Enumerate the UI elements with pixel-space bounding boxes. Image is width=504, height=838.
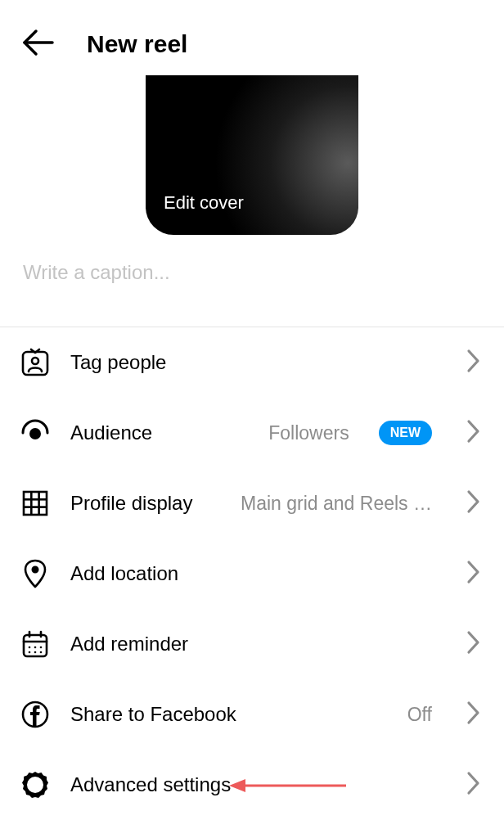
chevron-right-icon — [466, 560, 481, 588]
caption-input[interactable] — [23, 261, 481, 284]
svg-point-21 — [27, 777, 43, 793]
cover-preview-wrap: Edit cover — [0, 75, 504, 235]
option-value: Main grid and Reels … — [241, 493, 432, 515]
svg-point-17 — [29, 651, 31, 654]
option-label: Share to Facebook — [70, 703, 236, 726]
option-profile-display[interactable]: Profile display Main grid and Reels … — [0, 468, 504, 538]
chevron-right-icon — [466, 630, 481, 658]
option-add-reminder[interactable]: Add reminder — [0, 609, 504, 679]
location-icon — [20, 558, 51, 589]
audience-icon — [20, 417, 51, 448]
options-list: Tag people Audience Followers NEW — [0, 327, 504, 820]
chevron-right-icon — [466, 419, 481, 447]
svg-point-14 — [29, 647, 31, 649]
option-label: Audience — [70, 421, 152, 444]
back-icon[interactable] — [20, 25, 56, 64]
svg-point-18 — [34, 651, 37, 654]
svg-point-16 — [40, 647, 43, 649]
chevron-right-icon — [466, 349, 481, 376]
option-label: Profile display — [70, 492, 192, 515]
chevron-right-icon — [466, 771, 481, 799]
option-label: Add location — [70, 562, 178, 585]
svg-rect-4 — [24, 492, 47, 515]
tag-people-icon — [20, 347, 51, 378]
svg-point-3 — [29, 428, 41, 439]
svg-point-2 — [32, 358, 38, 364]
option-tag-people[interactable]: Tag people — [0, 327, 504, 398]
option-label: Tag people — [70, 351, 166, 374]
option-label: Add reminder — [70, 633, 188, 656]
new-badge: NEW — [379, 421, 432, 445]
header: New reel — [0, 0, 504, 80]
page-title: New reel — [87, 30, 187, 58]
gear-icon — [20, 769, 51, 800]
chevron-right-icon — [466, 489, 481, 517]
option-add-location[interactable]: Add location — [0, 538, 504, 609]
svg-point-9 — [33, 567, 38, 572]
caption-area — [0, 235, 504, 327]
option-label: Advanced settings — [70, 773, 231, 796]
svg-point-19 — [40, 651, 43, 654]
option-advanced-settings[interactable]: Advanced settings — [0, 750, 504, 820]
edit-cover-button[interactable]: Edit cover — [164, 192, 244, 214]
option-audience[interactable]: Audience Followers NEW — [0, 398, 504, 468]
cover-preview[interactable]: Edit cover — [146, 75, 358, 235]
option-value: Off — [407, 704, 432, 726]
option-share-facebook[interactable]: Share to Facebook Off — [0, 679, 504, 750]
option-value: Followers — [268, 422, 349, 444]
svg-point-15 — [34, 647, 37, 649]
facebook-icon — [20, 699, 51, 730]
calendar-icon — [20, 628, 51, 660]
chevron-right-icon — [466, 701, 481, 728]
grid-icon — [20, 488, 51, 519]
